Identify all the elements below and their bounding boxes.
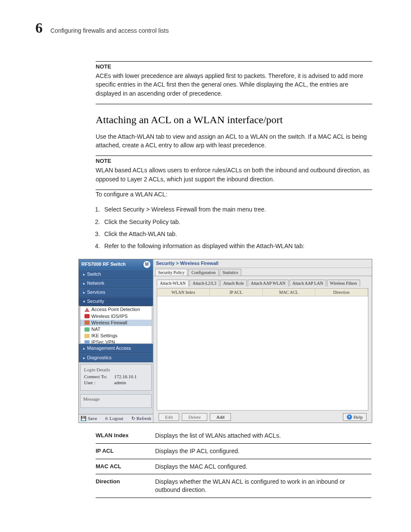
note-text: WLAN based ACLs allows users to enforce …	[96, 166, 372, 184]
sidebar-title: RFS7000 RF Switch M	[79, 259, 153, 270]
tree-item-ids-ips[interactable]: Wireless IDS/IPS	[80, 313, 152, 320]
tab-statistics[interactable]: Statistics	[220, 269, 241, 276]
ids-icon	[84, 314, 90, 318]
section-intro: Use the Attach-WLAN tab to view and assi…	[96, 132, 372, 150]
col-mac-acl[interactable]: MAC ACL	[263, 289, 315, 296]
tab-configuration[interactable]: Configuration	[188, 269, 218, 276]
tabs-secondary: Attach-WLAN Attach-L2/L3 Attach Role Att…	[157, 280, 368, 286]
tab-attach-aap-lan[interactable]: Attach AAP LAN	[290, 280, 326, 286]
divider	[96, 61, 372, 62]
security-tree[interactable]: Access Point Detection Wireless IDS/IPS …	[80, 306, 152, 344]
step-item: Refer to the following information as di…	[102, 241, 372, 251]
message-panel: Message	[80, 394, 152, 408]
step-item: Click the Security Policy tab.	[102, 217, 372, 227]
tab-wireless-filters[interactable]: Wireless Filters	[327, 280, 360, 286]
tab-attach-aap-wlan[interactable]: Attach AAP WLAN	[248, 280, 289, 286]
tree-item-wireless-firewall[interactable]: Wireless Firewall	[80, 320, 152, 326]
nav-item-security[interactable]: ▾Security	[79, 297, 153, 306]
desc-key: MAC ACL	[96, 459, 155, 474]
desc-key: WLAN Index	[96, 428, 155, 443]
connect-label: Connect To:	[84, 374, 111, 379]
tree-item-ike[interactable]: IKE Settings	[80, 333, 152, 339]
login-title: Login Details	[84, 367, 148, 372]
col-ip-acl[interactable]: IP ACL	[210, 289, 262, 296]
desc-val: Displays the MAC ACL configured.	[155, 459, 371, 474]
chevron-right-icon: ▸	[83, 281, 85, 286]
tab-attach-role[interactable]: Attach Role	[220, 280, 247, 286]
save-link[interactable]: 💾Save	[81, 416, 97, 421]
note-text: ACEs with lower precedence are always ap…	[96, 72, 372, 98]
vpn-icon	[84, 340, 90, 344]
page-header: 6 Configuring firewalls and access contr…	[0, 0, 411, 35]
steps-intro: To configure a WLAN ACL:	[96, 190, 372, 199]
section-heading: Attaching an ACL on a WLAN interface/por…	[96, 114, 372, 126]
chapter-title: Configuring firewalls and access control…	[50, 27, 169, 34]
refresh-link[interactable]: ↻Refresh	[131, 416, 151, 421]
chevron-right-icon: ▸	[83, 356, 85, 360]
brand-logo-icon: M	[143, 261, 150, 268]
user-label: User :	[84, 380, 111, 385]
chevron-right-icon: ▸	[83, 346, 85, 351]
tree-item-ipsec-vpn[interactable]: IPSec VPN	[80, 339, 152, 344]
steps-list: Select Security > Wireless Firewall from…	[102, 205, 372, 251]
desc-key: Direction	[96, 474, 155, 498]
tree-item-nat[interactable]: NAT	[80, 326, 152, 333]
chevron-down-icon: ▾	[83, 299, 85, 304]
tab-attach-l2l3[interactable]: Attach-L2/L3	[190, 280, 219, 286]
nav-item-network[interactable]: ▸Network	[79, 279, 153, 288]
logout-link[interactable]: ⎋Logout	[105, 416, 123, 421]
table-body-empty	[157, 296, 368, 410]
logout-icon: ⎋	[105, 416, 108, 421]
app-screenshot: RFS7000 RF Switch M ▸Switch ▸Network ▸Se…	[78, 259, 372, 423]
table-row: MAC ACL Displays the MAC ACL configured.	[96, 459, 371, 474]
connect-value: 172.16.10.1	[114, 374, 137, 379]
main-panel: Security > Wireless Firewall Security Po…	[153, 259, 372, 423]
tree-item-ap-detection[interactable]: Access Point Detection	[80, 306, 152, 313]
note-label: NOTE	[96, 158, 372, 164]
tabpane-security-policy: Attach-WLAN Attach-L2/L3 Attach Role Att…	[153, 276, 372, 423]
edit-button[interactable]: Edit	[159, 413, 179, 421]
chevron-right-icon: ▸	[83, 272, 85, 277]
field-description-table: WLAN Index Displays the list of WLANs at…	[96, 428, 371, 498]
nat-icon	[84, 327, 90, 332]
divider	[96, 104, 372, 104]
refresh-icon: ↻	[131, 416, 135, 421]
col-wlan-index[interactable]: WLAN Index	[157, 289, 210, 296]
chapter-number: 6	[35, 21, 43, 35]
table-row: WLAN Index Displays the list of WLANs at…	[96, 428, 371, 443]
help-icon: ?	[347, 414, 352, 420]
step-item: Click the Attach-WLAN tab.	[102, 229, 372, 239]
help-button[interactable]: ? Help	[343, 413, 367, 421]
firewall-icon	[84, 320, 90, 325]
acl-table: WLAN Index IP ACL MAC ACL Direction	[157, 288, 368, 411]
sidebar: RFS7000 RF Switch M ▸Switch ▸Network ▸Se…	[79, 259, 153, 423]
desc-val: Displays the list of WLANs attached with…	[155, 428, 371, 443]
nav-item-switch[interactable]: ▸Switch	[79, 270, 153, 279]
desc-key: IP ACL	[96, 443, 155, 459]
breadcrumb: Security > Wireless Firewall	[153, 259, 372, 268]
add-button[interactable]: Add	[210, 413, 231, 421]
col-direction[interactable]: Direction	[315, 289, 368, 296]
tabs-primary: Security Policy Configuration Statistics	[153, 268, 372, 276]
sidebar-footer: 💾Save ⎋Logout ↻Refresh	[79, 414, 153, 423]
tab-security-policy[interactable]: Security Policy	[155, 269, 187, 276]
nav-item-diagnostics[interactable]: ▸Diagnostics	[79, 353, 153, 362]
note-label: NOTE	[96, 63, 372, 70]
nav-item-management[interactable]: ▸Management Access	[79, 344, 153, 353]
table-row: IP ACL Displays the IP ACL configured.	[96, 443, 371, 459]
login-details: Login Details Connect To:172.16.10.1 Use…	[80, 364, 152, 391]
user-value: admin	[114, 380, 126, 385]
tab-attach-wlan[interactable]: Attach-WLAN	[157, 280, 189, 286]
nav-item-services[interactable]: ▸Services	[79, 288, 153, 297]
divider	[96, 156, 372, 156]
button-row: Edit Delete Add ? Help	[157, 411, 368, 421]
product-name: RFS7000	[81, 261, 101, 267]
step-item: Select Security > Wireless Firewall from…	[102, 205, 372, 214]
ike-icon	[84, 334, 90, 338]
delete-button[interactable]: Delete	[182, 413, 207, 421]
desc-val: Displays the IP ACL configured.	[155, 443, 371, 459]
table-row: Direction Displays whether the WLAN ACL …	[96, 474, 371, 498]
product-sub: RF Switch	[103, 261, 126, 267]
save-icon: 💾	[81, 416, 87, 421]
page-content: NOTE ACEs with lower precedence are alwa…	[96, 61, 372, 498]
